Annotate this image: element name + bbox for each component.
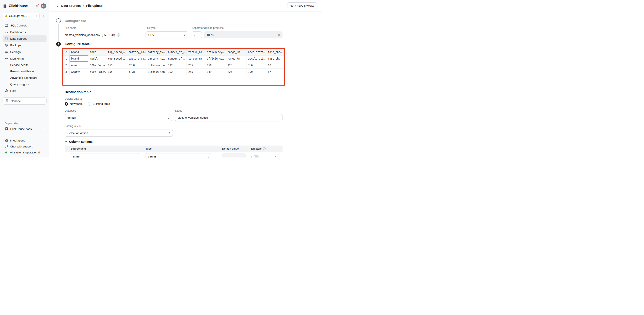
sorting-key-select[interactable]: Select an option bbox=[65, 130, 173, 136]
sidebar-item-data-sources[interactable]: Data sources bbox=[2, 36, 46, 42]
column-settings-row-brand: String × bbox=[65, 152, 282, 158]
column-header: accelerati… bbox=[246, 49, 266, 55]
configure-file-title: Configure file bbox=[65, 18, 322, 23]
avatar[interactable]: SH bbox=[41, 4, 46, 8]
data-cell: 235 bbox=[186, 62, 205, 68]
info-icon: i bbox=[263, 147, 266, 150]
data-cell: 37.8 bbox=[127, 62, 146, 68]
data-cell: 37.8 bbox=[127, 68, 146, 75]
step-configure-file: Configure file File name electric_vehicl… bbox=[56, 17, 322, 42]
content: Configure file File name electric_vehicl… bbox=[49, 12, 322, 158]
type-select[interactable]: String bbox=[146, 153, 212, 158]
nullable-header: Nullable bbox=[251, 147, 262, 150]
column-name-cell[interactable]: battery_ty… bbox=[146, 55, 166, 62]
sidebar-item-help[interactable]: Help bbox=[2, 88, 46, 94]
column-name-cell[interactable]: fast_cha bbox=[266, 55, 284, 62]
sorting-key-label: Sorting key bbox=[65, 124, 78, 128]
database-label: Database bbox=[65, 109, 172, 112]
sidebar-item-integrations[interactable]: Integrations bbox=[2, 138, 46, 144]
column-header: battery_ty… bbox=[146, 49, 166, 55]
blocks-icon bbox=[5, 139, 8, 142]
column-name-cell[interactable]: brand bbox=[69, 55, 88, 62]
radio-new-table[interactable]: New table bbox=[65, 102, 82, 106]
column-name-cell[interactable]: number_of_… bbox=[166, 55, 186, 62]
step1-check-circle bbox=[56, 18, 61, 23]
column-header: model bbox=[88, 49, 106, 55]
radio-unselected-icon bbox=[88, 102, 91, 106]
sidebar-item-service-health[interactable]: Service health bbox=[2, 62, 46, 68]
service-selector[interactable]: cloud-get-sta... bbox=[2, 13, 40, 19]
column-header: # bbox=[63, 49, 69, 55]
data-cell: 7.0 bbox=[246, 62, 266, 68]
upload-progress-value: 100% bbox=[206, 33, 214, 36]
file-type-select[interactable]: CSV bbox=[146, 31, 188, 38]
database-select[interactable]: default bbox=[65, 114, 172, 121]
notification-dot bbox=[38, 4, 39, 5]
connect-button[interactable]: Connect bbox=[2, 97, 46, 104]
back-chevron-icon[interactable] bbox=[56, 4, 59, 8]
sidebar-item-label: Service health bbox=[10, 64, 28, 66]
column-name-cell[interactable]: accelerati… bbox=[246, 55, 266, 62]
sidebar-item-query-insights[interactable]: Query insights bbox=[2, 81, 46, 87]
sidebar-item-backups[interactable]: Backups bbox=[2, 42, 46, 48]
file-name-value: electric_vehicles_specs.csv bbox=[65, 33, 100, 36]
data-cell: 225 bbox=[226, 68, 246, 75]
select-chevrons-icon bbox=[207, 155, 210, 158]
query-preview-button[interactable]: Query preview bbox=[287, 2, 317, 9]
breadcrumb-separator: / bbox=[83, 4, 84, 8]
column-name-cell[interactable]: top_speed_… bbox=[106, 55, 127, 62]
table-name-input[interactable] bbox=[175, 114, 282, 122]
radio-existing-table[interactable]: Existing table bbox=[88, 102, 110, 106]
notifications-bell-icon[interactable] bbox=[34, 4, 39, 8]
separator-input[interactable] bbox=[192, 31, 202, 38]
brand-name: ClickHouse bbox=[9, 4, 28, 8]
sidebar-item-chat-support[interactable]: Chat with support bbox=[2, 144, 46, 150]
sidebar-item-monitoring[interactable]: Monitoring bbox=[2, 55, 46, 62]
column-name-cell[interactable]: model bbox=[88, 55, 106, 62]
breadcrumb-data-sources[interactable]: Data sources bbox=[61, 4, 81, 8]
sidebar-item-dashboards[interactable]: Dashboards bbox=[2, 29, 46, 35]
sidebar-item-label: Dashboards bbox=[10, 30, 26, 34]
column-name-cell[interactable]: battery_ca… bbox=[127, 55, 146, 62]
upload-progress-field[interactable]: 100% × bbox=[204, 31, 282, 38]
database-value: default bbox=[68, 116, 76, 119]
sidebar-item-settings[interactable]: Settings bbox=[2, 49, 46, 55]
main: Data sources / File upload Query preview… bbox=[49, 0, 322, 158]
column-header: top_speed_… bbox=[106, 49, 127, 55]
book-icon bbox=[5, 127, 8, 130]
column-name-cell[interactable]: torque_nm bbox=[186, 55, 205, 62]
column-name-cell[interactable]: efficiency… bbox=[205, 55, 226, 62]
column-settings-toggle[interactable]: Column settings bbox=[65, 140, 322, 144]
file-type-value: CSV bbox=[148, 33, 154, 36]
column-header: brand bbox=[69, 49, 88, 55]
sidebar-item-system-status[interactable]: All systems operational bbox=[2, 150, 46, 155]
sidebar-item-resource-utilization[interactable]: Resource utilization bbox=[2, 68, 46, 74]
sidebar-item-advanced-dashboard[interactable]: Advanced dashboard bbox=[2, 75, 46, 81]
table-mode-radio-group: New table Existing table bbox=[65, 102, 322, 106]
data-cell: Abarth bbox=[69, 62, 88, 68]
sidebar-nav: SQL Console Dashboards Data sources Back… bbox=[2, 22, 46, 94]
row-index: 2 bbox=[63, 62, 69, 68]
data-cell: 7.0 bbox=[246, 68, 266, 75]
topbar: Data sources / File upload Query preview bbox=[49, 0, 322, 12]
data-cell: 155 bbox=[106, 68, 127, 75]
source-field-input[interactable] bbox=[71, 153, 139, 158]
sorting-key-value: Select an option bbox=[68, 132, 88, 135]
nullable-toggle[interactable] bbox=[251, 155, 258, 158]
sidebar-item-sql-console[interactable]: SQL Console bbox=[2, 22, 46, 28]
select-chevrons-icon bbox=[183, 34, 186, 36]
status-dot-icon bbox=[5, 152, 7, 154]
remove-column-icon[interactable]: × bbox=[274, 155, 276, 158]
toggle-knob bbox=[252, 155, 255, 158]
select-chevrons-icon bbox=[168, 132, 171, 134]
database-name-row: Database default Name bbox=[65, 109, 322, 122]
bar-chart-icon bbox=[5, 30, 8, 34]
row-index: 3 bbox=[63, 68, 69, 75]
column-name-cell[interactable]: range_km bbox=[226, 55, 246, 62]
clear-upload-icon[interactable]: × bbox=[278, 33, 280, 37]
configure-table-title: Configure table bbox=[65, 42, 322, 46]
sidebar-item-label: Resource utilization bbox=[10, 70, 36, 73]
add-service-button[interactable]: + bbox=[41, 13, 46, 19]
sidebar-item-docs[interactable]: ClickHouse docs bbox=[2, 126, 46, 132]
step-connector-line bbox=[58, 24, 59, 42]
